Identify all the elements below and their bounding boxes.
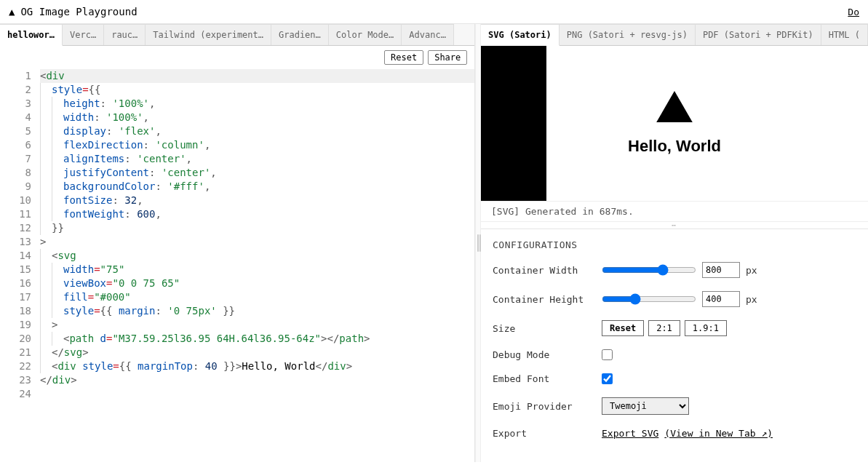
code-editor[interactable]: 123456789101112131415161718192021222324 … xyxy=(0,69,474,462)
logo-triangle-icon: ▲ xyxy=(9,6,15,17)
debug-label: Debug Mode xyxy=(493,349,602,360)
app-title: OG Image Playground xyxy=(20,6,137,17)
panel-splitter[interactable] xyxy=(475,24,481,462)
right-tab-2[interactable]: PDF (Satori + PDFKit) xyxy=(696,24,821,45)
height-unit: px xyxy=(746,294,757,305)
left-tab-4[interactable]: Gradien… xyxy=(271,24,329,45)
config-title: CONFIGURATIONS xyxy=(493,239,856,250)
gutter: 123456789101112131415161718192021222324 xyxy=(0,69,40,462)
embed-label: Embed Font xyxy=(493,373,602,384)
status-text: [SVG] Generated in 687ms. xyxy=(481,201,868,222)
left-tabs: hellowor…Verc…rauc…Tailwind (experiment…… xyxy=(0,24,474,46)
preview: Hello, World xyxy=(481,46,868,201)
left-panel: hellowor…Verc…rauc…Tailwind (experiment…… xyxy=(0,24,475,462)
height-label: Container Height xyxy=(493,294,602,305)
width-unit: px xyxy=(746,265,757,276)
share-button[interactable]: Share xyxy=(428,50,467,65)
export-label: Export xyxy=(493,428,602,439)
right-panel: SVG (Satori)PNG (Satori + resvg-js)PDF (… xyxy=(481,24,868,462)
left-tab-6[interactable]: Advanc… xyxy=(402,24,454,45)
main: hellowor…Verc…rauc…Tailwind (experiment…… xyxy=(0,24,868,462)
width-input[interactable] xyxy=(702,262,740,278)
editor-toolbar: Reset Share xyxy=(0,46,474,69)
preview-text: Hello, World xyxy=(628,137,721,156)
size-reset-button[interactable]: Reset xyxy=(602,320,644,336)
debug-checkbox[interactable] xyxy=(602,349,613,360)
left-tab-2[interactable]: rauc… xyxy=(104,24,146,45)
size-label: Size xyxy=(493,323,602,334)
width-slider[interactable] xyxy=(602,264,696,276)
emoji-select[interactable]: Twemoji xyxy=(602,397,689,415)
ratio-1-9-1-button[interactable]: 1.9:1 xyxy=(685,320,727,336)
right-tab-1[interactable]: PNG (Satori + resvg-js) xyxy=(560,24,696,45)
emoji-label: Emoji Provider xyxy=(493,401,602,412)
triangle-icon xyxy=(656,91,693,122)
left-tab-0[interactable]: hellowor… xyxy=(0,24,63,46)
config-section: CONFIGURATIONS Container Width px Contai… xyxy=(481,229,868,462)
left-tab-3[interactable]: Tailwind (experiment… xyxy=(146,24,271,45)
height-input[interactable] xyxy=(702,291,740,307)
docs-link[interactable]: Do xyxy=(848,7,859,17)
row-divider[interactable] xyxy=(481,222,868,229)
export-view-link[interactable]: (View in New Tab ↗) xyxy=(664,428,773,439)
left-tab-1[interactable]: Verc… xyxy=(63,24,104,45)
width-label: Container Width xyxy=(493,265,602,276)
right-tab-3[interactable]: HTML ( xyxy=(821,24,868,45)
code-area[interactable]: <divstyle={{height: '100%',width: '100%'… xyxy=(40,69,474,462)
export-svg-link[interactable]: Export SVG xyxy=(602,428,658,439)
left-tab-5[interactable]: Color Mode… xyxy=(329,24,402,45)
embed-checkbox[interactable] xyxy=(602,373,613,384)
preview-black-bar xyxy=(481,46,546,201)
right-tabs: SVG (Satori)PNG (Satori + resvg-js)PDF (… xyxy=(481,24,868,46)
ratio-2-1-button[interactable]: 2:1 xyxy=(648,320,680,336)
header: ▲ OG Image Playground Do xyxy=(0,0,868,24)
height-slider[interactable] xyxy=(602,293,696,305)
right-tab-0[interactable]: SVG (Satori) xyxy=(481,24,560,46)
reset-button[interactable]: Reset xyxy=(384,50,423,65)
